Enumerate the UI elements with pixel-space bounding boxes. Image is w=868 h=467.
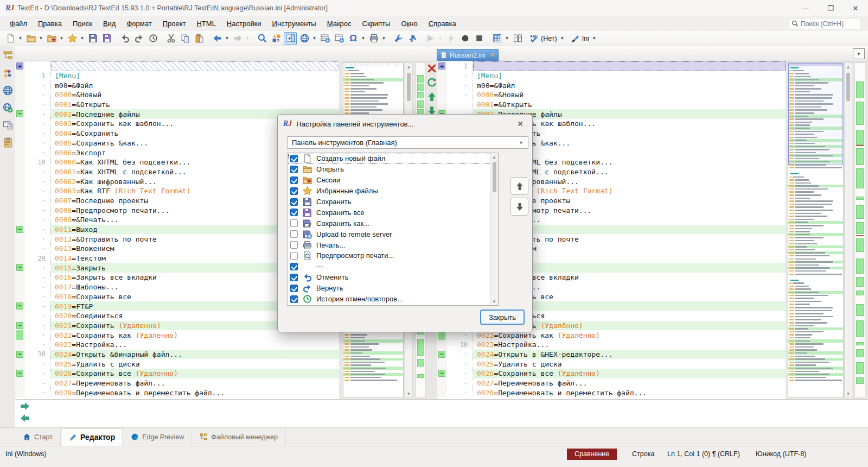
toolbar-item-row[interactable]: ---: [288, 261, 498, 272]
globe-dropdown-caret[interactable]: ▼: [311, 32, 317, 45]
copy-button[interactable]: [178, 32, 192, 45]
fold-plus-icon[interactable]: +: [16, 62, 23, 70]
new-file-dropdown-caret[interactable]: ▼: [17, 32, 23, 45]
sessions-folder-button[interactable]: [45, 32, 58, 45]
scroll-down-icon[interactable]: ▼: [407, 390, 411, 397]
toolbar-buttons-list[interactable]: Создать новый файлОткрытьСессииИзбранные…: [287, 153, 499, 306]
dialog-title-bar[interactable]: RJ Настройка панелей инструментов...: [278, 115, 532, 133]
scroll-thumb[interactable]: [493, 162, 496, 192]
menu-правка[interactable]: Правка: [33, 17, 67, 30]
diff-change-mark[interactable]: [856, 277, 864, 287]
favorites-star-dropdown-caret[interactable]: ▼: [79, 32, 85, 45]
code-line[interactable]: +: [15, 61, 339, 71]
search-button[interactable]: [256, 32, 269, 45]
side-panel-button[interactable]: [284, 32, 297, 45]
diff-change-mark[interactable]: [856, 222, 864, 234]
checkbox-unchecked[interactable]: [290, 230, 298, 238]
diff-change-mark[interactable]: [417, 374, 424, 378]
tab-russian2-ini[interactable]: Russian2.ini ✕: [437, 49, 499, 61]
move-up-button[interactable]: [510, 177, 528, 195]
view-tab-home[interactable]: Старт: [15, 428, 61, 446]
menu-проект[interactable]: Проект: [157, 17, 192, 30]
redo-button[interactable]: [132, 32, 145, 45]
menu-файл[interactable]: Файл: [4, 17, 33, 30]
scroll-up-icon[interactable]: ▲: [407, 63, 411, 71]
diff-change-mark[interactable]: [856, 342, 864, 345]
diff-change-mark[interactable]: [856, 102, 864, 125]
diff-change-mark[interactable]: [856, 258, 864, 274]
scroll-up-icon[interactable]: ▲: [846, 63, 851, 71]
sessions-folder-dropdown-caret[interactable]: ▼: [59, 32, 65, 45]
checkbox-checked[interactable]: [290, 166, 298, 173]
nav-back-dropdown-caret[interactable]: ▼: [224, 32, 230, 45]
scroll-thumb[interactable]: [846, 73, 850, 101]
syntax-brush-dropdown-caret[interactable]: ▼: [591, 32, 597, 45]
status-select-mode[interactable]: Строка: [632, 450, 654, 458]
code-line[interactable]: ·[Menu]: [437, 71, 786, 81]
status-compare-badge[interactable]: Сравнение: [567, 449, 617, 460]
quick-search-box[interactable]: [789, 18, 860, 29]
code-line[interactable]: ·0001=&Открыть: [15, 100, 339, 110]
diff-conflict-mark[interactable]: [856, 235, 864, 236]
diff-change-mark[interactable]: [856, 291, 864, 295]
minimap-viewport[interactable]: [788, 63, 843, 165]
tab-close-icon[interactable]: ✕: [490, 52, 495, 59]
toolbar-item-row[interactable]: Создать новый файл: [288, 153, 498, 164]
sidebar-clipboard-icon[interactable]: [3, 137, 13, 148]
diff-change-mark[interactable]: [856, 238, 864, 252]
toolbar-item-row[interactable]: Сохранить все: [288, 207, 498, 218]
prev-difference-icon[interactable]: [20, 413, 30, 423]
menu-инструменты[interactable]: Инструменты: [267, 17, 322, 30]
code-line[interactable]: 300023=Настройка...: [437, 340, 786, 350]
checkbox-unchecked[interactable]: [290, 252, 298, 260]
open-folder-dropdown-caret[interactable]: ▼: [38, 32, 44, 45]
move-down-button[interactable]: [510, 198, 528, 216]
toolbar-item-row[interactable]: Сессии: [288, 175, 498, 186]
spellcheck-button[interactable]: ABC(Нет): [529, 32, 559, 45]
toolbar-item-row[interactable]: Открыть: [288, 164, 498, 175]
code-line[interactable]: ·0027=Переименовать файл...: [437, 378, 786, 388]
diff-change-mark[interactable]: [856, 168, 864, 188]
code-line[interactable]: ·0028=Переименовать и переместить файл..…: [15, 388, 339, 397]
checkbox-checked[interactable]: [290, 285, 298, 292]
diff-change-mark[interactable]: [417, 92, 424, 98]
menu-настройки[interactable]: Настройки: [221, 17, 267, 30]
code-line[interactable]: -0028=Переименовать и переместить файл..…: [437, 388, 786, 397]
diff-change-mark[interactable]: [856, 377, 864, 384]
undo-button[interactable]: [118, 32, 131, 45]
diff-change-mark[interactable]: [856, 362, 864, 374]
status-syntax[interactable]: Ini (Windows): [5, 450, 47, 458]
code-line[interactable]: ~·0026=Сохранить все (Удаленно): [15, 369, 339, 378]
checkbox-checked[interactable]: [290, 176, 298, 184]
layout-grid-dropdown-caret[interactable]: ▼: [504, 32, 510, 45]
refresh-compare-icon[interactable]: [427, 78, 437, 87]
diff-change-mark[interactable]: [856, 197, 864, 200]
tools-wrench-button[interactable]: [392, 32, 405, 45]
sidebar-objects-icon[interactable]: [3, 68, 13, 78]
new-file-button[interactable]: [4, 32, 17, 45]
toolbar-item-row[interactable]: Печать...: [288, 239, 498, 250]
minimap-right[interactable]: [788, 62, 844, 398]
print-preview-button[interactable]: [367, 32, 380, 45]
checkbox-unchecked[interactable]: [290, 241, 298, 249]
sidebar-project-tree-icon[interactable]: [3, 51, 13, 61]
columns-button[interactable]: [511, 32, 524, 45]
next-difference-icon[interactable]: [20, 401, 30, 411]
toolbar-item-row[interactable]: Предпросмотр печати...: [288, 250, 498, 261]
view-tab-file-manager[interactable]: Файловый менеджер: [192, 428, 286, 446]
status-encoding[interactable]: Юникод (UTF-8): [756, 450, 806, 458]
special-chars-dropdown-caret[interactable]: ▼: [360, 32, 366, 45]
toolbar-item-row[interactable]: Вернуть: [288, 283, 498, 294]
close-compare-icon[interactable]: [427, 64, 437, 73]
view-tab-edge[interactable]: Edge Preview: [123, 428, 192, 446]
menu-html[interactable]: HTML: [191, 17, 221, 30]
scrollbar-right[interactable]: ▲▼: [844, 62, 852, 398]
code-line[interactable]: ·0000=&Новый: [437, 90, 786, 100]
open-folder-button[interactable]: [24, 32, 37, 45]
code-line[interactable]: ~·0026=Сохранить все (Удалённо): [437, 369, 786, 378]
menu-справка[interactable]: Справка: [423, 17, 462, 30]
dialog-list-scrollbar[interactable]: ▲▼: [490, 153, 498, 305]
diff-change-mark[interactable]: [856, 349, 864, 357]
diff-change-mark[interactable]: [856, 148, 864, 165]
checkbox-checked[interactable]: [290, 263, 298, 270]
